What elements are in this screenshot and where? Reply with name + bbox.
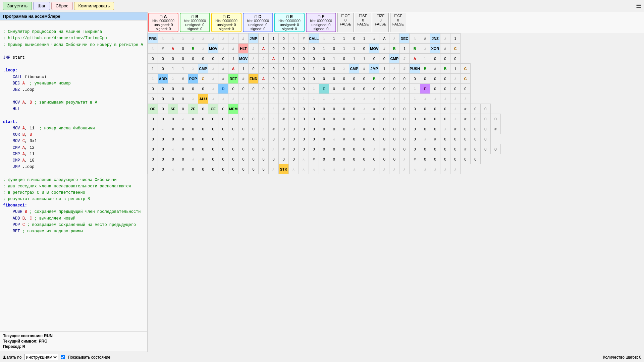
tm-cell: 0 [269,74,279,84]
tm-cell: 1 [359,54,369,64]
tm-cell: CMP [198,64,208,74]
tm-cell: 0 [148,154,158,164]
tm-cell: 0 [269,44,279,54]
tm-cell: 0 [309,44,319,54]
tm-cell: 0 [359,84,369,94]
tm-cell: 0 [289,54,299,64]
tm-cell: MEM [228,104,238,114]
tm-cell: # [188,114,198,124]
tm-cell: 0 [420,74,430,84]
tm-cell: λ [389,34,399,44]
tm-cell: # [379,44,389,54]
tm-cell: 0 [289,134,299,144]
tm-cell: HLT [238,44,249,54]
tm-cell: 1 [339,34,349,44]
code-editor[interactable]: ; Симулятор процессора на машине Тьюринг… [0,20,147,331]
tm-cell: 0 [339,74,349,84]
tm-cell: 0 [480,124,490,134]
tm-cell: λ [168,74,178,84]
tm-cell: 0 [369,54,379,64]
tm-cell: 0 [430,84,440,94]
tm-cell: λ [168,144,178,154]
tm-cell: 0 [178,124,188,134]
tm-cell: λ [339,94,349,104]
tm-cell: 0 [158,54,168,64]
tm-cell: # [399,64,410,74]
reset-button[interactable]: Сброс [51,2,73,10]
tm-cell: 0 [420,104,430,114]
tm-cell: λ [359,104,369,114]
tm-cell: 0 [329,144,339,154]
tm-cell: # [259,54,269,64]
tm-cell: 0 [158,64,168,74]
tm-cell: λ [359,94,369,104]
tm-cell: 0 [339,84,349,94]
state-value: RUN [44,334,53,338]
tm-cell: 0 [349,34,359,44]
tm-cell: λ [259,94,269,104]
tm-grid-container[interactable]: PRGλλλλλλλλ#JMP110λ#CALLλ1101#AλDECλ#JNZ… [148,33,644,352]
tm-cell: 1 [359,34,369,44]
tm-cell: # [218,64,228,74]
tm-cell: 0 [148,54,158,64]
menu-icon[interactable]: ☰ [636,2,641,10]
step-by-select[interactable]: инструкциям [24,354,58,360]
tm-cell: 0 [440,154,450,164]
tm-cell: 0 [349,104,359,114]
tm-cell: 0 [279,74,289,84]
tm-cell: A [259,44,269,54]
show-state-checkbox[interactable] [61,355,65,359]
tm-cell: JMP [369,64,379,74]
tm-cell: 0 [218,54,228,64]
tm-cell: 0 [430,154,440,164]
tm-cell: λ [440,94,450,104]
step-button[interactable]: Шаг [33,2,50,10]
tm-cell: λ [289,164,299,174]
tm-cell: λ [399,94,410,104]
tm-cell: 0 [309,124,319,134]
tm-cell: 0 [299,84,309,94]
tm-cell: λ [319,164,329,174]
tm-cell: 0 [198,124,208,134]
tm-cell: 0 [319,134,329,144]
reg-c-box: ☐ C bits: 00000000 unsigned: 0 signed: 0 [211,13,241,32]
step-count-display: Количество шагов: 0 [603,355,641,360]
tm-cell: 0 [269,134,279,144]
run-button[interactable]: Запустить [3,2,32,10]
tm-cell: 0 [359,134,369,144]
tm-cell: 0 [178,84,188,94]
tm-cell: 0 [249,154,259,164]
tm-cell: 0 [289,74,299,84]
tm-cell: λ [329,134,339,144]
tm-cell: 0 [420,144,430,154]
tm-cell: 0 [299,144,309,154]
tm-cell: 0 [349,74,359,84]
tm-cell: A [259,74,269,84]
tm-cell: 0 [178,94,188,104]
tm-cell: 0 [178,44,188,54]
tm-cell: 0 [228,144,238,154]
tm-cell: λ [208,94,218,104]
cf-flag-box: ☐CF 0 FALSE [390,13,406,32]
compile-button[interactable]: Компилировать [74,2,114,10]
sf-flag-box: ☐SF 0 FALSE [355,13,371,32]
tm-cell: λ [450,114,460,124]
tm-cell: 0 [379,154,389,164]
tm-cell: λ [309,164,319,174]
tm-cell: λ [178,34,188,44]
tm-cell: 0 [238,164,249,174]
tm-cell: 0 [440,114,450,124]
tm-cell: 0 [309,144,319,154]
tm-cell: λ [269,114,279,124]
tm-cell: λ [299,164,309,174]
tm-cell: 0 [359,44,369,54]
tm-cell: 0 [289,144,299,154]
tm-cell: λ [450,164,460,174]
tm-cell: SF [168,104,178,114]
tm-cell: 0 [249,164,259,174]
tm-cell: B [389,44,399,54]
tm-cell: JMP [249,34,259,44]
tm-cell: STK [279,164,289,174]
tm-cell: λ [440,164,450,174]
tm-cell: λ [440,34,450,44]
